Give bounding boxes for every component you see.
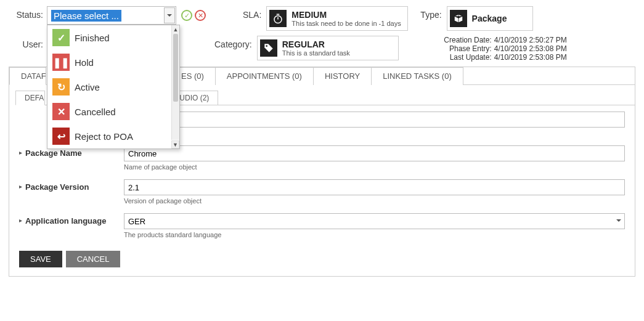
last-update-value: 4/10/2019 2:53:08 PM bbox=[494, 53, 567, 62]
reject-icon[interactable]: ✕ bbox=[195, 10, 206, 21]
package-name-hint: Name of package object bbox=[124, 163, 625, 171]
package-version-label: Package Version bbox=[25, 179, 124, 192]
svg-point-3 bbox=[266, 45, 267, 47]
dropdown-scrollbar[interactable]: ▲ bbox=[171, 25, 179, 140]
field-caret bbox=[19, 112, 25, 115]
type-card: Package bbox=[447, 6, 533, 31]
category-card: REGULAR This is a standard task bbox=[257, 36, 399, 60]
tab-history[interactable]: HISTORY bbox=[313, 67, 372, 85]
last-update-label: Last Update: bbox=[436, 53, 494, 62]
app-language-select[interactable] bbox=[124, 213, 625, 229]
reload-icon: ↻ bbox=[52, 78, 70, 95]
category-title: REGULAR bbox=[282, 39, 350, 49]
status-dropdown-toggle[interactable] bbox=[164, 7, 175, 23]
cancel-button[interactable]: CANCEL bbox=[66, 251, 121, 267]
app-language-label: Application language bbox=[25, 213, 124, 226]
package-version-input[interactable] bbox=[124, 179, 625, 195]
sla-title: MEDIUM bbox=[291, 10, 401, 20]
creation-date-value: 4/10/2019 2:50:27 PM bbox=[494, 36, 567, 44]
status-dropdown-panel: ✓ Finished ❚❚ Hold ↻ Active ✕ Cancelled … bbox=[47, 25, 180, 149]
status-option-finished[interactable]: ✓ Finished bbox=[47, 25, 179, 50]
stopwatch-icon bbox=[269, 10, 287, 27]
creation-date-label: Creation Date: bbox=[436, 36, 494, 44]
save-button[interactable]: SAVE bbox=[19, 251, 62, 267]
package-icon bbox=[450, 10, 467, 27]
phase-entry-value: 4/10/2019 2:53:08 PM bbox=[494, 44, 567, 53]
phase-entry-label: Phase Entry: bbox=[436, 44, 494, 53]
sla-card: MEDIUM This task need to be done in -1 d… bbox=[266, 6, 408, 31]
status-option-label: Cancelled bbox=[75, 107, 116, 117]
status-option-label: Hold bbox=[75, 57, 94, 68]
field-caret: ▸ bbox=[19, 145, 25, 156]
sla-label: SLA: bbox=[243, 6, 261, 20]
package-name-input[interactable] bbox=[124, 145, 625, 161]
category-subtitle: This is a standard task bbox=[282, 49, 350, 57]
confirm-icon[interactable]: ✓ bbox=[181, 10, 192, 21]
app-language-hint: The products standard language bbox=[124, 231, 625, 238]
user-label: User: bbox=[12, 36, 43, 49]
status-option-hold[interactable]: ❚❚ Hold bbox=[47, 50, 179, 75]
status-option-label: Reject to POA bbox=[75, 131, 133, 142]
status-option-label: Active bbox=[75, 82, 100, 92]
tab-datafields[interactable]: DATAFIELDS bbox=[9, 67, 46, 85]
check-icon: ✓ bbox=[52, 29, 70, 46]
dropdown-scroll-down[interactable]: ▼ bbox=[171, 140, 179, 148]
status-option-active[interactable]: ↻ Active bbox=[47, 75, 179, 99]
status-select-text: Please select ... bbox=[51, 10, 121, 22]
tab-linked-tasks[interactable]: LINKED TASKS (0) bbox=[371, 67, 463, 85]
status-select[interactable]: Please select ... bbox=[47, 6, 176, 25]
status-option-reject[interactable]: ↩ Reject to POA bbox=[47, 124, 179, 148]
field-caret: ▸ bbox=[19, 179, 25, 190]
pause-icon: ❚❚ bbox=[52, 54, 70, 71]
status-label: Status: bbox=[12, 6, 43, 20]
subtab-default[interactable]: DEFAU bbox=[15, 91, 45, 105]
sla-subtitle: This task need to be done in -1 days bbox=[291, 20, 401, 27]
identifier-input[interactable] bbox=[124, 112, 625, 128]
status-option-cancelled[interactable]: ✕ Cancelled bbox=[47, 99, 179, 124]
tab-appointments[interactable]: APPOINTMENTS (0) bbox=[215, 67, 314, 85]
status-option-label: Finished bbox=[75, 33, 110, 43]
type-title: Package bbox=[472, 14, 507, 23]
package-version-hint: Version of package object bbox=[124, 197, 625, 205]
category-label: Category: bbox=[214, 36, 252, 49]
type-label: Type: bbox=[420, 6, 441, 20]
back-icon: ↩ bbox=[52, 128, 70, 145]
x-icon: ✕ bbox=[52, 103, 70, 120]
field-caret: ▸ bbox=[19, 213, 25, 224]
tag-icon bbox=[260, 39, 277, 57]
